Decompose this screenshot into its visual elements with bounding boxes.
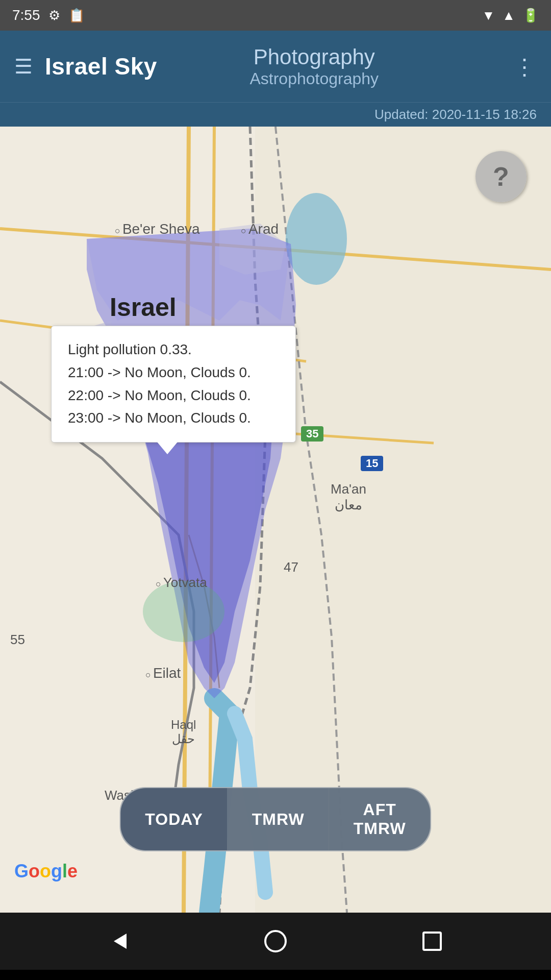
recent-button[interactable] <box>419 928 445 954</box>
battery-icon: 🔋 <box>522 8 539 23</box>
more-icon[interactable]: ⋮ <box>513 54 537 80</box>
bottom-nav: TODAY TMRW AFT TMRW <box>119 787 431 851</box>
svg-marker-13 <box>114 934 127 949</box>
road-badge-35: 35 <box>301 426 323 442</box>
app-title: Israel Sky <box>45 53 157 80</box>
tooltip-line-4: 23:00 -> No Moon, Clouds 0. <box>68 407 279 430</box>
help-button[interactable]: ? <box>475 151 527 202</box>
today-button[interactable]: TODAY <box>120 788 227 850</box>
back-button[interactable] <box>106 928 132 954</box>
clipboard-icon: 📋 <box>68 8 85 23</box>
app-bar: ☰ Israel Sky Photography Astrophotograph… <box>0 31 551 102</box>
tooltip-line-2: 21:00 -> No Moon, Clouds 0. <box>68 361 279 384</box>
svg-point-10 <box>143 581 224 642</box>
menu-icon[interactable]: ☰ <box>14 55 33 78</box>
astrophotography-label: Astrophotography <box>249 69 379 88</box>
android-nav-bar <box>0 913 551 970</box>
time-display: 7:55 <box>12 7 40 23</box>
aft-tmrw-button[interactable]: AFT TMRW <box>329 788 431 850</box>
status-bar: 7:55 ⚙ 📋 ▼ ▲ 🔋 <box>0 0 551 31</box>
google-logo: Google <box>14 861 78 882</box>
status-left: 7:55 ⚙ 📋 <box>12 7 85 23</box>
tooltip-line-3: 22:00 -> No Moon, Clouds 0. <box>68 384 279 407</box>
svg-point-6 <box>286 193 347 285</box>
updated-text: Updated: 2020-11-15 18:26 <box>374 107 537 122</box>
help-icon: ? <box>493 161 509 192</box>
photography-label: Photography <box>249 45 379 69</box>
signal-icon: ▲ <box>502 8 515 23</box>
tooltip-popup: Light pollution 0.33. 21:00 -> No Moon, … <box>51 326 296 443</box>
status-right: ▼ ▲ 🔋 <box>482 8 539 23</box>
svg-rect-15 <box>423 933 441 950</box>
home-button[interactable] <box>263 928 288 954</box>
wifi-icon: ▼ <box>482 8 495 23</box>
updated-bar: Updated: 2020-11-15 18:26 <box>0 102 551 127</box>
tooltip-line-1: Light pollution 0.33. <box>68 338 279 361</box>
settings-icon: ⚙ <box>48 8 60 23</box>
tmrw-button[interactable]: TMRW <box>228 788 329 850</box>
header-center: Photography Astrophotography <box>249 45 379 88</box>
svg-point-14 <box>265 931 286 951</box>
road-badge-15: 15 <box>361 456 383 471</box>
map-container[interactable]: Be'er Sheva Arad Israel Yotvata Eilat Ha… <box>0 127 551 913</box>
